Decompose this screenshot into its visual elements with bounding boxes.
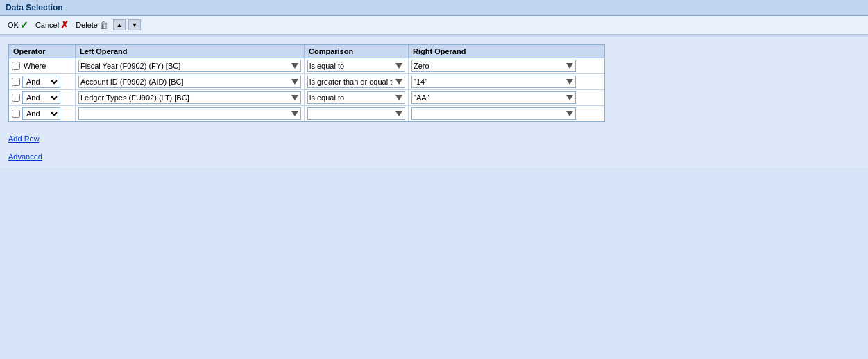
row3-right-operand-select[interactable]: "AA" "AE"	[411, 91, 576, 104]
up-button[interactable]: ▲	[113, 19, 126, 30]
row4-right-operand-cell	[409, 106, 579, 121]
delete-label: Delete	[76, 21, 98, 29]
row4-operator-select[interactable]: And Or	[22, 107, 60, 120]
data-grid: Operator Left Operand Comparison Right O…	[8, 44, 605, 122]
down-button[interactable]: ▼	[128, 19, 141, 30]
row4-checkbox[interactable]	[12, 110, 20, 118]
links-section: Add Row Advanced	[8, 128, 860, 161]
row1-checkbox[interactable]	[12, 62, 20, 70]
ok-label: OK	[8, 21, 19, 29]
header-left-operand: Left Operand	[76, 45, 305, 58]
header-operator: Operator	[9, 45, 76, 58]
row1-comparison-cell: is equal to is not equal to is greater t…	[305, 58, 409, 73]
row1-operator-cell: Where	[9, 58, 76, 73]
row3-operator-select[interactable]: And Or	[22, 91, 60, 104]
cancel-label: Cancel	[35, 21, 59, 29]
row3-checkbox[interactable]	[12, 94, 20, 102]
checkmark-icon: ✓	[20, 19, 28, 30]
title-bar: Data Selection	[0, 0, 868, 16]
row3-left-operand-select[interactable]: Ledger Types (FU902) (LT) [BC]	[78, 91, 301, 104]
table-row: And Or Ledger Types (FU902) (LT) [BC] is…	[9, 90, 604, 106]
row1-right-operand-select[interactable]: Zero One Blank	[411, 60, 576, 72]
row2-right-operand-select[interactable]: "14" "15"	[411, 76, 576, 88]
row3-comparison-select[interactable]: is equal to is not equal to is greater t…	[307, 91, 405, 104]
row4-left-operand-cell	[76, 106, 305, 121]
row2-right-operand-cell: "14" "15"	[409, 74, 579, 89]
row2-checkbox[interactable]	[12, 78, 20, 86]
row4-comparison-cell	[305, 106, 409, 121]
table-row: And Or Account ID (F0902) (AID) [BC] is …	[9, 74, 604, 90]
row4-right-operand-select[interactable]	[411, 107, 576, 120]
row2-operator-cell: And Or	[9, 74, 76, 89]
table-row: Where Fiscal Year (F0902) (FY) [BC] is e…	[9, 58, 604, 74]
row1-right-operand-cell: Zero One Blank	[409, 58, 579, 73]
toolbar: OK ✓ Cancel ✗ Delete 🗑 ▲ ▼	[0, 16, 868, 35]
row2-left-operand-select[interactable]: Account ID (F0902) (AID) [BC]	[78, 76, 301, 88]
page-title: Data Selection	[6, 3, 63, 12]
header-comparison: Comparison	[305, 45, 409, 58]
trash-icon: 🗑	[99, 20, 108, 30]
row4-left-operand-select[interactable]	[78, 107, 301, 120]
row1-comparison-select[interactable]: is equal to is not equal to is greater t…	[307, 60, 405, 72]
delete-button[interactable]: Delete 🗑	[74, 19, 110, 31]
row2-comparison-select[interactable]: is equal to is not equal to is greater t…	[307, 76, 405, 88]
row2-operator-select[interactable]: And Or	[22, 76, 60, 88]
row3-comparison-cell: is equal to is not equal to is greater t…	[305, 90, 409, 105]
main-content: Operator Left Operand Comparison Right O…	[0, 37, 868, 168]
row4-comparison-select[interactable]	[307, 107, 405, 120]
table-row: And Or	[9, 106, 604, 121]
advanced-link[interactable]: Advanced	[8, 152, 860, 161]
row3-left-operand-cell: Ledger Types (FU902) (LT) [BC]	[76, 90, 305, 105]
row1-left-operand-cell: Fiscal Year (F0902) (FY) [BC]	[76, 58, 305, 73]
row3-operator-cell: And Or	[9, 90, 76, 105]
row1-where-label: Where	[22, 62, 47, 70]
x-icon: ✗	[60, 19, 69, 30]
row4-operator-cell: And Or	[9, 106, 76, 121]
row2-comparison-cell: is equal to is not equal to is greater t…	[305, 74, 409, 89]
row3-right-operand-cell: "AA" "AE"	[409, 90, 579, 105]
row2-left-operand-cell: Account ID (F0902) (AID) [BC]	[76, 74, 305, 89]
header-right-operand: Right Operand	[409, 45, 579, 58]
row1-left-operand-select[interactable]: Fiscal Year (F0902) (FY) [BC]	[78, 60, 301, 72]
cancel-button[interactable]: Cancel ✗	[33, 19, 71, 31]
add-row-link[interactable]: Add Row	[8, 134, 860, 143]
ok-button[interactable]: OK ✓	[6, 19, 31, 31]
grid-header: Operator Left Operand Comparison Right O…	[9, 45, 604, 58]
